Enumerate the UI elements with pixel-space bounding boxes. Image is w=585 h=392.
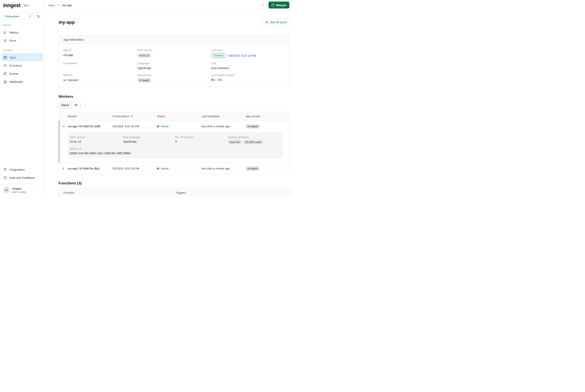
field-url: URL wss://connect [211,62,285,70]
worker-name: my-app-747c8967bc-jfbzj [68,167,112,170]
sidebar-item-integrations[interactable]: Integrations [0,166,45,174]
sidebar: inngest ⌘ K Production Monitor Metrics R… [0,0,45,196]
chevron-down-icon [79,104,82,106]
worker-connected-at: 3/5/2025, 6:01:28 PM [112,167,157,170]
topbar-actions: Resync [260,2,289,8]
page-title: my-app [59,20,75,25]
os-badge: linux OS [228,140,241,144]
sidebar-item-events[interactable]: Events [0,70,45,78]
workers-table-header: Worker Connected at Status Last heartbea… [59,112,290,120]
sidebar-footer: Integrations ? Help and Feedback IN Inng… [0,166,45,196]
worker-app-version: 873da05 [246,166,290,171]
section-label: Monitor [0,24,45,26]
worker-heartbeat: less than a minute ago [201,125,246,128]
worker-row-group-expanded: my-app-747c8967bc-bx6fl 3/5/2025, 6:01:3… [59,120,290,163]
sidebar-item-apps[interactable]: Apps [2,53,43,61]
plug-icon [3,168,7,172]
cpu-badge: 32 CPU cores [243,140,263,144]
last-sync-date-link[interactable]: 3/4/2025, 6:22:18 PM [228,54,256,57]
filter-value-dropdown[interactable]: All [72,102,84,108]
sort-desc-icon[interactable] [130,115,133,118]
card-body: App ID my-app SDK version v3.31.13 Last … [59,44,290,88]
metrics-chart-icon [3,30,7,34]
col-last-heartbeat: Last heartbeat [201,115,246,118]
sidebar-item-functions[interactable]: Functions [0,61,45,70]
environment-settings-button[interactable] [35,13,42,20]
sidebar-item-label: Events [10,72,19,75]
workers-table: Worker Connected at Status Last heartbea… [59,112,290,174]
sidebar-item-label: Integrations [10,168,25,171]
col-app-version: App version [246,115,290,118]
content-scroll[interactable]: my-app See all syncs App information App… [45,10,292,196]
shortcut-key: K [27,4,29,7]
section-label: Manage [0,49,45,52]
main-area: Apps my-app Resync my-app See all syncs [45,0,292,196]
inngest-logo: inngest [3,2,20,8]
field-connected-workers: Connected workers 2 0 [211,74,285,82]
workers-heading: Workers [59,94,290,99]
worker-connected-at: 3/5/2025, 6:01:30 PM [112,125,157,128]
sidebar-item-label: Webhooks [10,80,23,84]
worker-row[interactable]: my-app-747c8967bc-bx6fl 3/5/2025, 6:01:3… [60,120,290,132]
environment-select[interactable]: Production [3,13,34,20]
see-all-syncs-button[interactable]: See all syncs [262,19,290,26]
app-version-badge: 873da05 [137,78,151,82]
worker-status: Active [157,167,201,170]
worker-row[interactable]: my-app-747c8967bc-jfbzj 3/5/2025, 6:01:2… [59,163,290,174]
card-header: App information [59,36,290,44]
profile-user: Dan Farrelly [12,190,26,194]
profile-org: Inngest [12,187,26,190]
col-connected-at[interactable]: Connected at [112,115,157,118]
profile-menu[interactable]: IN Inngest Dan Farrelly [0,184,45,196]
active-dot-icon [157,167,159,170]
sidebar-item-label: Help and Feedback [10,176,35,179]
worker-app-version: 873da05 [246,124,290,129]
green-dot-icon [211,79,213,81]
sidebar-item-metrics[interactable]: Metrics [0,28,45,36]
sidebar-item-label: Functions [10,64,22,67]
environment-row: Production [0,13,45,20]
col-worker: Worker [68,115,112,118]
active-workers-count: 2 [211,78,215,82]
field-app-version: App version 873da05 [137,74,211,82]
connect-infinity-icon: ∞ [63,78,66,82]
detail-sdk-version: SDK version v3.31.13 [70,136,123,144]
worker-status: Active [157,125,201,128]
sliders-icon [37,15,40,18]
command-icon: ⌘ [24,4,27,7]
refresh-icon [271,4,274,6]
topbar: Apps my-app Resync [45,0,292,10]
field-method: Method ∞ Connect [63,74,137,82]
breadcrumb: Apps my-app [48,4,72,7]
detail-system-attributes: System attributes linux OS 32 CPU cores [228,136,280,144]
chevron-right-icon [57,4,60,6]
status-filter[interactable]: Status All [59,102,85,109]
breadcrumb-apps[interactable]: Apps [48,4,55,7]
events-windows-icon [3,72,7,76]
worker-heartbeat: less than a minute ago [201,167,246,170]
kebab-icon [261,4,265,7]
command-k-shortcut[interactable]: ⌘ K [22,3,31,8]
app-information-card: App information App ID my-app SDK versio… [59,35,290,88]
collapse-chevron-icon[interactable] [60,125,68,128]
sidebar-item-help-feedback[interactable]: ? Help and Feedback [0,174,45,182]
expand-chevron-icon[interactable] [59,167,68,170]
list-icon [265,20,268,24]
more-options-button[interactable] [260,2,267,8]
active-dot-icon [157,125,159,128]
breadcrumb-current: my-app [62,4,72,7]
title-row: my-app See all syncs [59,19,290,26]
apps-shapes-icon [3,56,7,59]
svg-text:?: ? [5,176,6,178]
field-last-sync: Last sync Success 3/4/2025, 6:22:18 PM [211,48,285,58]
environment-value: Production [5,15,19,18]
orange-dot-icon [217,79,220,81]
resync-button[interactable]: Resync [268,2,289,8]
sidebar-item-webhooks[interactable]: Webhooks [0,78,45,86]
sidebar-section-manage: Manage Apps Functions Events Webhooks [0,49,45,86]
sidebar-item-runs[interactable]: Runs [0,36,45,44]
field-framework: Framework - [63,62,137,70]
sidebar-section-monitor: Monitor Metrics Runs [0,24,45,44]
sidebar-item-label: Apps [10,56,16,59]
sidebar-item-label: Metrics [10,31,19,34]
